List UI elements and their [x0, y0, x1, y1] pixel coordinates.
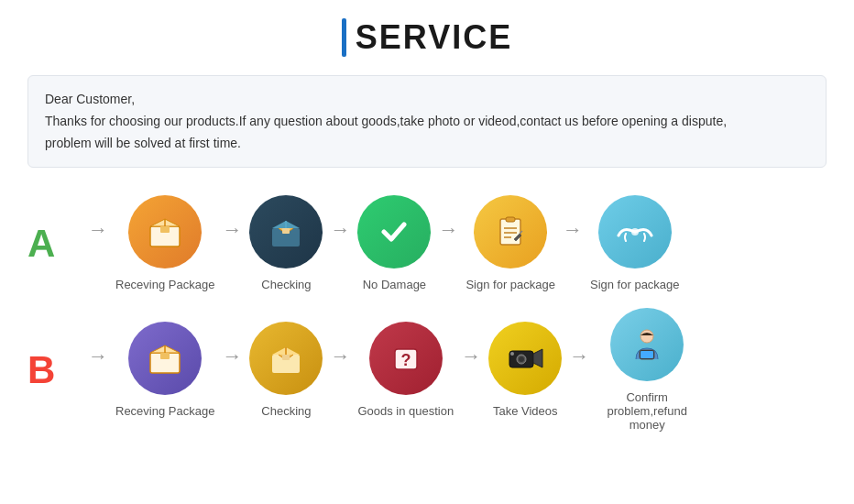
arrow-a4: →: [563, 218, 583, 242]
svg-rect-33: [640, 351, 653, 358]
arrow-b0: →: [88, 345, 108, 368]
row-a-label: A: [27, 222, 64, 266]
flow-item-sign-pkg-2: Sign for package: [590, 195, 680, 291]
page-title: SERVICE: [356, 18, 512, 57]
label-check-b: Checking: [261, 404, 311, 418]
notice-line1: Dear Customer,: [45, 89, 809, 111]
flow-item-recv-pkg-b: Receving Package: [115, 322, 214, 418]
flow-item-recv-pkg-a: Receving Package: [115, 195, 214, 291]
svg-text:?: ?: [400, 351, 411, 369]
svg-rect-10: [506, 217, 515, 222]
flow-items-b: → Receving Package →: [81, 308, 827, 432]
flow-item-confirm-refund: Confirm problem,refund money: [597, 308, 697, 432]
row-b-label: B: [27, 348, 64, 392]
svg-rect-18: [160, 353, 170, 359]
label-sign-pkg-2: Sign for package: [590, 278, 680, 291]
arrow-a0: →: [88, 218, 108, 242]
label-check-a: Checking: [261, 278, 311, 291]
flow-item-no-damage: No Damage: [357, 195, 431, 291]
arrow-b2: →: [330, 345, 350, 368]
label-no-damage: No Damage: [363, 278, 426, 291]
notice-box: Dear Customer, Thanks for choosing our p…: [27, 75, 827, 168]
title-accent-bar: [342, 18, 346, 57]
icon-handshake-blue: [598, 195, 672, 268]
arrow-b4: →: [569, 345, 589, 368]
icon-box-dark: [249, 195, 323, 268]
icon-sign-amber: [474, 195, 547, 268]
flow-section-b: B → Receving Package →: [27, 308, 827, 432]
label-recv-pkg-a: Receving Package: [115, 278, 214, 291]
icon-check-green: [357, 195, 431, 268]
flow-row-b: B → Receving Package →: [27, 308, 827, 441]
svg-point-31: [640, 330, 653, 343]
flow-item-check-b: Checking: [249, 322, 323, 418]
svg-point-30: [510, 352, 514, 356]
flow-section-a: A → Receving Package →: [27, 195, 827, 291]
label-sign-pkg-1: Sign for package: [465, 278, 555, 291]
svg-rect-9: [500, 219, 520, 245]
notice-line2: Thanks for choosing our products.If any …: [45, 111, 809, 133]
flow-item-check-a: Checking: [249, 195, 323, 291]
label-take-videos: Take Videos: [493, 404, 558, 418]
arrow-a3: →: [438, 218, 458, 242]
svg-point-15: [631, 228, 639, 236]
page-title-container: SERVICE: [342, 18, 512, 57]
flow-item-sign-pkg-1: Sign for package: [465, 195, 555, 291]
arrow-b3: →: [461, 345, 481, 368]
svg-point-29: [519, 356, 524, 362]
icon-camera-yellow: [488, 322, 562, 395]
icon-box-purple: [128, 322, 202, 395]
flow-row-a: A → Receving Package →: [27, 195, 827, 301]
svg-rect-22: [282, 355, 290, 360]
flow-item-goods-question: ? Goods in question: [357, 322, 454, 418]
icon-box-gold: [249, 322, 323, 395]
svg-rect-6: [282, 228, 290, 234]
icon-box-orange: [128, 195, 202, 268]
svg-rect-2: [160, 226, 170, 233]
label-confirm-refund: Confirm problem,refund money: [597, 390, 697, 432]
arrow-b1: →: [222, 345, 242, 368]
flow-items-a: → Receving Package →: [81, 195, 827, 291]
svg-marker-27: [533, 349, 542, 367]
arrow-a2: →: [330, 218, 350, 242]
flow-item-take-videos: Take Videos: [488, 322, 562, 418]
label-goods-question: Goods in question: [357, 404, 454, 418]
arrow-a1: →: [222, 218, 242, 242]
icon-person-sky: [610, 308, 684, 381]
icon-question-red: ?: [369, 322, 443, 395]
label-recv-pkg-b: Receving Package: [115, 404, 214, 418]
notice-line3: problem will be solved at first time.: [45, 133, 809, 155]
